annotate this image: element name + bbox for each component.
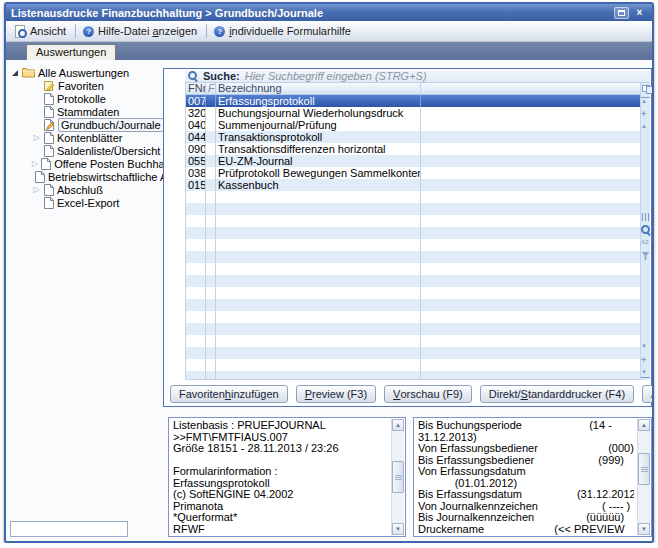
restore-button[interactable] [614,7,629,19]
columns-icon[interactable] [642,213,649,221]
tree-item-alle-auswertungen[interactable]: Alle Auswertungen [12,66,166,79]
table-row-empty [186,227,640,239]
cell-flag [206,107,216,119]
document-icon [44,184,54,196]
move-down-icon[interactable]: + [641,356,650,365]
preview-f3-button[interactable]: Preview (F3) [296,385,376,403]
tree-item-grundbuch-journale[interactable]: Grundbuch/Journale [32,118,166,131]
scroll-down-button[interactable]: ▼ [638,523,650,535]
cell-bezeichnung [216,359,421,371]
auswertung-drucken-button[interactable]: Auswertung drucken [642,385,654,403]
expander-closed-icon[interactable]: ▷ [32,159,38,168]
direkt-standarddrucker-f4-button[interactable]: Direkt/Standarddrucker (F4) [480,385,634,403]
restore-icon [618,10,625,16]
cell-extra [421,227,640,239]
table-row[interactable]: 015Kassenbuch [186,179,640,191]
scroll-up-button[interactable]: ▲ [392,419,404,431]
cell-flag [206,239,216,251]
column-header-f[interactable]: F [206,83,216,94]
scrollbar[interactable]: ▲▼ [391,419,404,535]
tree-item-label: Favoriten [58,80,104,92]
expander-open-icon[interactable] [12,70,18,76]
sort-az-icon[interactable]: AZ [641,239,650,248]
table-row-empty [186,215,640,227]
cell-fnr [186,371,206,380]
expander-closed-icon[interactable]: ▷ [32,185,41,194]
tree-item-stammdaten[interactable]: Stammdaten [32,105,166,118]
close-button[interactable]: × [632,7,647,19]
tab-auswertungen[interactable]: Auswertungen [26,44,116,60]
tree-item-offene-posten-buchhaltung[interactable]: ▷Offene Posten Buchhaltung [32,157,166,170]
cell-fnr [186,311,206,323]
scrollbar-thumb[interactable] [638,453,650,485]
cell-flag [206,347,216,359]
scroll-down-icon[interactable]: ▼ [641,343,650,352]
cell-extra [421,251,640,263]
jump-top-icon[interactable]: ▲ [641,97,650,106]
bottom-left-field[interactable] [10,521,128,537]
move-up-icon[interactable]: + [641,110,650,119]
cell-bezeichnung [216,251,421,263]
strip-top: ▲+▲ [641,97,650,132]
table-row[interactable]: 055EU-ZM-Journal [186,155,640,167]
cell-extra [421,119,640,131]
column-chooser-icon[interactable] [642,85,650,92]
scrollbar[interactable]: ▲▼ [637,419,650,535]
cell-bezeichnung: Transaktionsdifferenzen horizontal [216,143,421,155]
scroll-up-button[interactable]: ▲ [638,419,650,431]
selection-info-panel: Bis Buchungsperiode (14 - 31.12.2013) Vo… [413,417,652,537]
table-row[interactable]: 044Transaktionsprotokoll [186,131,640,143]
scrollbar-grip [641,467,648,472]
tree-item-protokolle[interactable]: Protokolle [32,92,166,105]
scroll-down-button[interactable]: ▼ [392,523,404,535]
favoriten-hinzufugen-button[interactable]: Favoriten hinzufügen [170,385,288,403]
document-icon [44,93,54,105]
cell-bezeichnung [216,227,421,239]
document-icon [35,171,45,183]
tree-item-abschluss[interactable]: ▷Abschluß [32,183,166,196]
strip-corner [641,83,650,92]
table-row-empty [186,299,640,311]
table-row[interactable]: 038Prüfprotokoll Bewegungen Sammelkonten [186,167,640,179]
vorschau-f9-button[interactable]: Vorschau (F9) [384,385,472,403]
table-row[interactable]: 007Erfassungsprotokoll [186,95,640,107]
tree-item-betriebswirtschaftliche-auswertungen[interactable]: Betriebswirtschaftliche Auswertungen [32,170,166,183]
form-info-panel: Listenbasis : PRUEFJOURNAL >>FMT\FMTFIAU… [168,417,406,537]
cell-extra [421,347,640,359]
column-header-bezeichnung[interactable]: Bezeichnung [216,83,421,94]
filter-icon[interactable] [642,252,650,260]
cell-extra [421,95,640,107]
cell-flag [206,155,216,167]
search-icon[interactable] [641,225,651,235]
table-row[interactable]: 040Summenjournal/Prüfung [186,119,640,131]
search-label: Suche: [203,70,240,82]
tree-item-saldenliste-ubersicht[interactable]: Saldenliste/Übersicht [32,144,166,157]
tree-item-favoriten[interactable]: Favoriten [32,79,166,92]
column-header-fnr[interactable]: FNr [186,83,206,94]
cell-bezeichnung [216,239,421,251]
scroll-up-icon[interactable]: ▲ [641,123,650,132]
cell-fnr: 007 [186,95,206,107]
cell-fnr [186,203,206,215]
scrollbar-thumb[interactable] [392,461,404,493]
hilfe-datei-anzeigen-button[interactable]: ?Hilfe-Datei anzeigen [79,24,203,38]
table-row-empty [186,263,640,275]
toolbar-separator [75,24,76,38]
table-row[interactable]: 320Buchungsjournal Wiederholungsdruck [186,107,640,119]
cell-bezeichnung [216,299,421,311]
cell-flag [206,167,216,179]
cell-flag [206,335,216,347]
cell-fnr [186,215,206,227]
cell-flag [206,131,216,143]
column-header-extra[interactable] [421,83,640,94]
individuelle-formularhilfe-button[interactable]: ?individuelle Formularhilfe [210,24,357,38]
app-window: Listenausdrucke Finanzbuchhaltung > Grun… [4,2,654,543]
tree-item-excel-export[interactable]: Excel-Export [32,196,166,209]
table-row[interactable]: 090Transaktionsdifferenzen horizontal [186,143,640,155]
tree-item-kontenblatter[interactable]: ▷Kontenblätter [32,131,166,144]
ansicht-button[interactable]: Ansicht [10,24,72,38]
info-left-text: Listenbasis : PRUEFJOURNAL >>FMT\FMTFIAU… [173,420,388,536]
expander-closed-icon[interactable]: ▷ [32,133,41,142]
jump-bottom-icon[interactable]: ▼ [641,369,650,378]
search-bar[interactable]: Suche: Hier Suchbegriff eingeben (STRG+S… [185,70,650,83]
